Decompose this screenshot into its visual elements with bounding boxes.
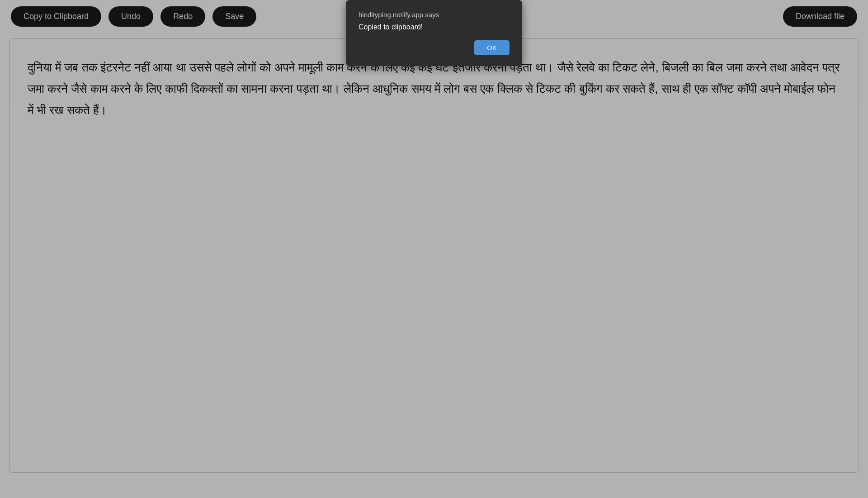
dialog-ok-button[interactable]: OK (474, 40, 509, 55)
dialog-overlay: hindityping.netlify.app says Copied to c… (0, 0, 868, 498)
dialog-title: hindityping.netlify.app says (359, 11, 509, 19)
dialog-box: hindityping.netlify.app says Copied to c… (346, 0, 522, 66)
dialog-message: Copied to clipboard! (359, 23, 509, 31)
